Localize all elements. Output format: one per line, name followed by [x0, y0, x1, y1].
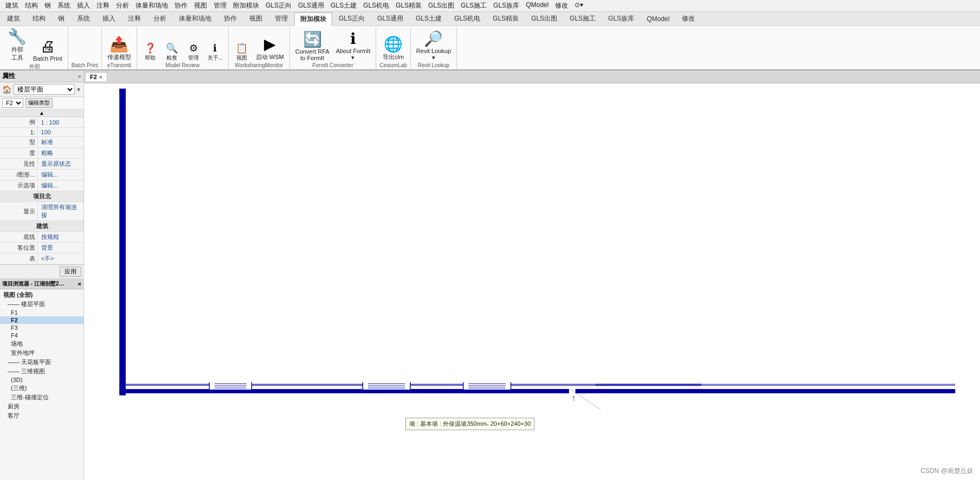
ribbon-tab-GLS土建[interactable]: GLS土建 [410, 12, 448, 25]
ribbon-group-WorksharingMonitor: 📋视图▶启动 WSMWorksharingMonitor [229, 27, 290, 69]
ribbon-tab-视图[interactable]: 视图 [243, 12, 268, 25]
ribbon-btn-label: Revit Lookup ▾ [416, 48, 451, 61]
view-tab-bar: F2× [84, 70, 980, 83]
ribbon-btn-导出clm[interactable]: 🌐导出clm [381, 36, 406, 62]
view-name-select[interactable]: F2 [2, 98, 23, 108]
collapse-button[interactable]: ▲ [0, 109, 83, 117]
ribbon-tab-体量和场地[interactable]: 体量和场地 [173, 12, 217, 25]
ribbon-btn-BatchPrint[interactable]: 🖨Batch Print [31, 38, 65, 63]
ribbon-tab-附加模块[interactable]: 附加模块 [294, 12, 332, 26]
drawing-canvas[interactable]: ↑ 墙 : 基本墙 : 外保温墙350mm- 20+60+240+30 CSDN… [84, 83, 980, 480]
ribbon-btn-启动WSM[interactable]: ▶启动 WSM [254, 36, 286, 62]
ribbon-tab-注释[interactable]: 注释 [122, 12, 147, 25]
svg-rect-27 [596, 384, 956, 386]
ribbon-btn-label: About FormIt ▾ [336, 48, 371, 61]
menu-item-GLS出图[interactable]: GLS出图 [425, 0, 457, 11]
ribbon-tab-结构[interactable]: 结构 [27, 12, 51, 25]
ribbon-tab-GLS出图[interactable]: GLS出图 [525, 12, 563, 25]
ribbon-tab-系统[interactable]: 系统 [71, 12, 96, 25]
ribbon-btn-AboutFormIt▾[interactable]: ℹAbout FormIt ▾ [334, 30, 373, 62]
menu-item-建筑[interactable]: 建筑 [2, 0, 22, 11]
ribbon-tab-分析[interactable]: 分析 [147, 12, 172, 25]
browser-item[interactable]: (三维) [0, 384, 83, 393]
ribbon-tab-GLS族库[interactable]: GLS族库 [602, 12, 640, 25]
menu-item-GLS族库[interactable]: GLS族库 [490, 0, 523, 11]
browser-item[interactable]: F4 [0, 332, 83, 339]
ribbon-tab-GLS通用[interactable]: GLS通用 [371, 12, 409, 25]
menu-item-GLS机电[interactable]: GLS机电 [360, 0, 392, 11]
ribbon-tab-钢[interactable]: 钢 [52, 12, 70, 25]
menu-item-GLS土建[interactable]: GLS土建 [327, 0, 360, 11]
ribbon-group-FormItConverter: 🔄Convert RFA to FormItℹAbout FormIt ▾For… [290, 27, 377, 69]
browser-close-btn[interactable]: × [78, 281, 81, 287]
browser-item[interactable]: 室外地坪 [0, 348, 83, 358]
menu-item-协作[interactable]: 协作 [171, 0, 191, 11]
ribbon-tab-管理[interactable]: 管理 [269, 12, 294, 25]
browser-item[interactable]: 三维-碰撞定位 [0, 393, 83, 402]
ribbon-tab-QModel[interactable]: QModel [641, 13, 675, 25]
ribbon-btn-检查[interactable]: 🔍检查 [162, 43, 182, 62]
ribbon-btn-帮助[interactable]: ❓帮助 [140, 43, 160, 62]
menu-item-结构[interactable]: 结构 [22, 0, 41, 11]
ribbon-group-label: WorksharingMonitor [235, 62, 283, 69]
menu-item-体量和场地[interactable]: 体量和场地 [132, 0, 171, 11]
menu-item-QModel[interactable]: QModel [523, 0, 552, 11]
ribbon-btn-label: 检查 [166, 54, 177, 62]
menu-item-GLS精装[interactable]: GLS精装 [392, 0, 425, 11]
ribbon-btn-视图[interactable]: 📋视图 [232, 43, 252, 62]
browser-item[interactable]: 厨房 [0, 402, 83, 411]
browser-group-item[interactable]: —— 天花板平面 [0, 358, 83, 367]
ribbon-btn-icon: ℹ [213, 43, 217, 53]
project-browser: 项目浏览器 - 江湖别墅2020版本.rvt × 视图 (全部)—— 楼层平面F… [0, 279, 83, 480]
browser-section-label[interactable]: 视图 (全部) [0, 290, 83, 300]
menu-item-系统[interactable]: 系统 [54, 0, 74, 11]
menu-item-GLS施工[interactable]: GLS施工 [457, 0, 490, 11]
ribbon-tab-插入[interactable]: 插入 [96, 12, 121, 25]
menu-item-插入[interactable]: 插入 [74, 0, 93, 11]
ribbon-btn-ConvertRFAtoFormIt[interactable]: 🔄Convert RFA to FormIt [293, 31, 332, 62]
browser-item[interactable]: 场地 [0, 339, 83, 348]
ribbon-btn-管理[interactable]: ⚙管理 [184, 43, 203, 62]
ribbon-btn-label: 关于... [208, 54, 223, 62]
ribbon-btn-label: Batch Print [33, 55, 62, 62]
properties-title: 属性 [2, 72, 15, 81]
ribbon-tab-GLS正向[interactable]: GLS正向 [333, 12, 371, 25]
menu-item-管理[interactable]: 管理 [210, 0, 230, 11]
menu-item-修改[interactable]: 修改 [552, 0, 571, 11]
ribbon-tab-建筑[interactable]: 建筑 [1, 12, 26, 25]
ribbon-btn-外部工具[interactable]: 🔧外部 工具 [5, 28, 29, 63]
browser-item[interactable]: F1 [0, 309, 83, 316]
browser-group-item[interactable]: —— 三维视图 [0, 367, 83, 376]
svg-rect-0 [119, 89, 126, 395]
edit-type-button[interactable]: 编辑类型 [25, 98, 53, 108]
menu-item-视图[interactable]: 视图 [191, 0, 210, 11]
browser-item[interactable]: 客厅 [0, 411, 83, 420]
ribbon-btn-icon: 🔄 [303, 32, 322, 47]
ribbon-tab-GLS机电[interactable]: GLS机电 [448, 12, 486, 25]
ribbon-tab-GLS精装[interactable]: GLS精装 [487, 12, 525, 25]
ribbon-btn-传递模型[interactable]: 📤传递模型 [105, 36, 133, 62]
ribbon-tab-修改[interactable]: 修改 [676, 12, 701, 25]
menu-item-⊙▾[interactable]: ⊙▾ [571, 0, 586, 11]
menu-item-钢[interactable]: 钢 [41, 0, 54, 11]
browser-item[interactable]: (3D) [0, 376, 83, 384]
ribbon-btn-关于...[interactable]: ℹ关于... [205, 43, 225, 62]
ribbon-btn-label: 管理 [188, 54, 199, 62]
menu-item-GLS通用[interactable]: GLS通用 [295, 0, 327, 11]
browser-group-item[interactable]: —— 楼层平面 [0, 300, 83, 309]
browser-item[interactable]: F3 [0, 324, 83, 332]
menu-item-附加模块[interactable]: 附加模块 [230, 0, 262, 11]
menu-item-注释[interactable]: 注释 [93, 0, 113, 11]
view-tab-close-btn[interactable]: × [99, 74, 102, 80]
properties-close-btn[interactable]: × [78, 73, 81, 80]
ribbon-tab-GLS施工[interactable]: GLS施工 [564, 12, 602, 25]
apply-button[interactable]: 应用 [60, 267, 81, 277]
ribbon-btn-RevitLookup▾[interactable]: 🔎Revit Lookup ▾ [414, 30, 453, 62]
browser-item[interactable]: F2 [0, 316, 83, 324]
view-tab-F2[interactable]: F2× [85, 72, 107, 81]
canvas-area: F2× [84, 70, 980, 480]
menu-item-GLS正向[interactable]: GLS正向 [262, 0, 295, 11]
ribbon-tab-协作[interactable]: 协作 [218, 12, 243, 25]
menu-item-分析[interactable]: 分析 [113, 0, 132, 11]
view-type-select[interactable]: 楼层平面 [14, 84, 75, 95]
